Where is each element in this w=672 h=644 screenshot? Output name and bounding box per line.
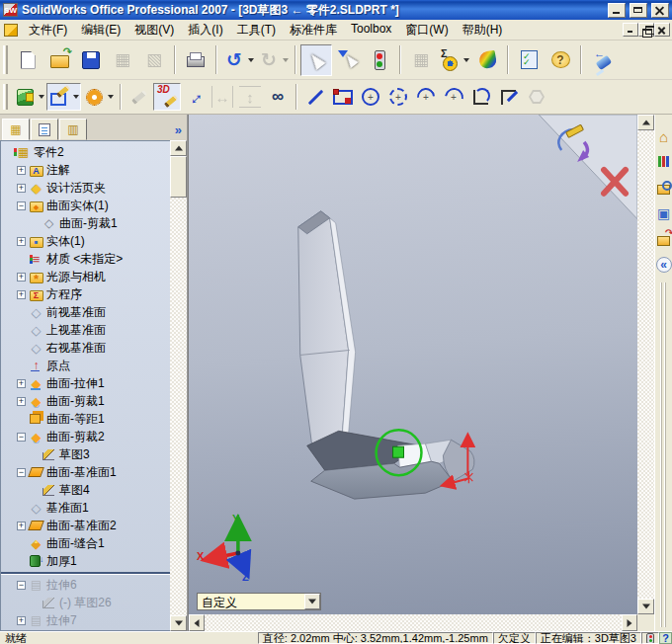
status-help-button[interactable]: ? — [659, 632, 672, 644]
tree-item[interactable]: 草图3 — [1, 445, 170, 463]
dropdown-arrow-icon[interactable] — [39, 95, 44, 99]
design-checker-button[interactable] — [513, 44, 545, 76]
tree-expander[interactable]: − — [17, 433, 26, 442]
centerpoint-arc-button[interactable] — [412, 83, 440, 111]
menu-edit[interactable]: 编辑(E) — [74, 20, 127, 40]
tree-expander[interactable]: + — [17, 379, 26, 388]
tree-item[interactable]: +实体(1) — [1, 232, 170, 250]
tab-configurationmanager[interactable]: ▥ — [59, 119, 87, 140]
tree-item[interactable]: +设计活页夹 — [1, 179, 170, 197]
tab-propertymanager[interactable] — [31, 119, 58, 140]
minimize-button[interactable] — [608, 3, 626, 18]
tree-item[interactable]: −曲面-基准面1 — [1, 463, 170, 481]
view-orientation-button[interactable] — [12, 83, 46, 111]
menu-toolbox[interactable]: Toolbox — [344, 20, 398, 40]
menu-view[interactable]: 视图(V) — [127, 20, 181, 40]
tree-item[interactable]: 前视基准面 — [1, 303, 170, 321]
tree-item[interactable]: 材质 <未指定> — [1, 250, 170, 268]
sketch-check-button[interactable] — [264, 83, 292, 111]
tree-item[interactable]: −曲面实体(1) — [1, 197, 170, 214]
sketch-button[interactable] — [46, 83, 81, 111]
tree-item[interactable]: 曲面-缝合1 — [1, 534, 170, 552]
sketch-chamfer-button[interactable] — [495, 83, 523, 111]
undo-button[interactable] — [221, 44, 256, 76]
dropdown-arrow-icon[interactable] — [73, 95, 79, 99]
tree-expander[interactable]: + — [17, 397, 26, 406]
close-button[interactable] — [651, 3, 669, 18]
scroll-up-button[interactable] — [637, 115, 654, 130]
combo-dropdown-button[interactable] — [304, 594, 320, 609]
menu-tools[interactable]: 工具(T) — [230, 20, 283, 40]
three-point-arc-button[interactable] — [440, 83, 467, 111]
tree-expander[interactable]: + — [17, 273, 26, 282]
edit-appearance-button[interactable] — [471, 44, 503, 76]
scroll-left-button[interactable] — [189, 614, 205, 631]
file-explorer-button[interactable] — [656, 180, 672, 196]
view-orientation-combo[interactable]: 自定义 — [197, 593, 321, 610]
vertical-scrollbar[interactable] — [637, 115, 654, 631]
tree-scroll-up-button[interactable] — [170, 140, 187, 156]
tree-item[interactable]: 曲面-剪裁1 — [1, 214, 170, 232]
child-minimize-button[interactable] — [623, 23, 638, 37]
tree-item[interactable]: 基准面1 — [1, 499, 170, 517]
menu-insert[interactable]: 插入(I) — [181, 20, 229, 40]
help-button[interactable] — [545, 44, 576, 76]
search-button[interactable] — [586, 44, 618, 76]
tree-item[interactable]: +拉伸7 — [1, 611, 170, 629]
tree-expander[interactable]: + — [17, 522, 26, 530]
dropdown-arrow-icon[interactable] — [108, 95, 114, 99]
tree-expander[interactable]: + — [17, 616, 26, 625]
measure-button[interactable] — [437, 44, 471, 76]
tree-expander[interactable]: + — [17, 237, 26, 246]
tree-item[interactable]: 右视基准面 — [1, 339, 170, 357]
redo-button[interactable] — [256, 44, 291, 76]
tree-expander[interactable]: − — [17, 468, 26, 477]
tree-expander[interactable]: + — [17, 166, 26, 175]
line-button[interactable] — [301, 83, 329, 111]
dropdown-arrow-icon[interactable] — [283, 58, 289, 62]
tree-item[interactable]: 曲面-等距1 — [1, 410, 170, 428]
horizontal-dimension-button[interactable] — [209, 83, 236, 111]
status-filter[interactable] — [641, 632, 659, 644]
sketch-fillet-button[interactable] — [467, 83, 495, 111]
select-filter-button[interactable] — [332, 44, 364, 76]
menu-file[interactable]: 文件(F) — [22, 20, 74, 40]
toolbox-button[interactable] — [656, 231, 672, 247]
circle-button[interactable] — [357, 83, 384, 111]
tree-scroll-down-button[interactable] — [170, 615, 187, 631]
tree-item[interactable]: 原点 — [1, 357, 170, 374]
model-body[interactable] — [298, 211, 474, 499]
tree-scrollbar[interactable] — [170, 140, 187, 631]
document-icon[interactable] — [4, 24, 18, 37]
tree-item[interactable]: +方程序 — [1, 285, 170, 303]
collapse-taskpane-button[interactable]: « — [656, 257, 672, 273]
view-palette-button[interactable]: ▣ — [656, 205, 672, 221]
solidworks-resources-button[interactable]: ⌂ — [656, 128, 672, 144]
child-close-button[interactable] — [654, 23, 670, 37]
make-drawing-from-part-button[interactable] — [107, 44, 138, 76]
save-button[interactable] — [75, 44, 107, 76]
tree-item[interactable]: −曲面-剪裁2 — [1, 428, 170, 445]
model-view[interactable]: Y X Z — [189, 115, 637, 630]
hide-show-items-button[interactable] — [405, 44, 437, 76]
scroll-down-button[interactable] — [637, 599, 654, 614]
tree-item[interactable]: +曲面-基准面2 — [1, 517, 170, 534]
3d-sketch-button[interactable] — [153, 83, 181, 111]
dropdown-arrow-icon[interactable] — [463, 58, 469, 62]
dropdown-arrow-icon[interactable] — [248, 58, 254, 62]
rectangle-button[interactable] — [329, 83, 357, 111]
menu-standard-parts-library[interactable]: 标准件库 — [283, 20, 344, 40]
tree-item[interactable]: −拉伸6 — [1, 576, 170, 594]
child-restore-button[interactable] — [638, 23, 654, 37]
tree-expander[interactable]: + — [17, 290, 26, 299]
design-library-button[interactable] — [656, 154, 672, 170]
tree-item[interactable]: 零件2 — [1, 143, 170, 161]
smart-dimension-button[interactable] — [181, 83, 209, 111]
tree-item[interactable]: 草图4 — [1, 481, 170, 499]
toolbar-grip[interactable] — [3, 84, 8, 110]
tree-expander[interactable]: − — [17, 201, 26, 210]
scroll-right-button[interactable] — [622, 614, 637, 631]
polygon-button[interactable] — [523, 83, 550, 111]
tree-item[interactable]: 加厚1 — [1, 552, 170, 570]
toolbar-grip[interactable] — [3, 45, 8, 75]
